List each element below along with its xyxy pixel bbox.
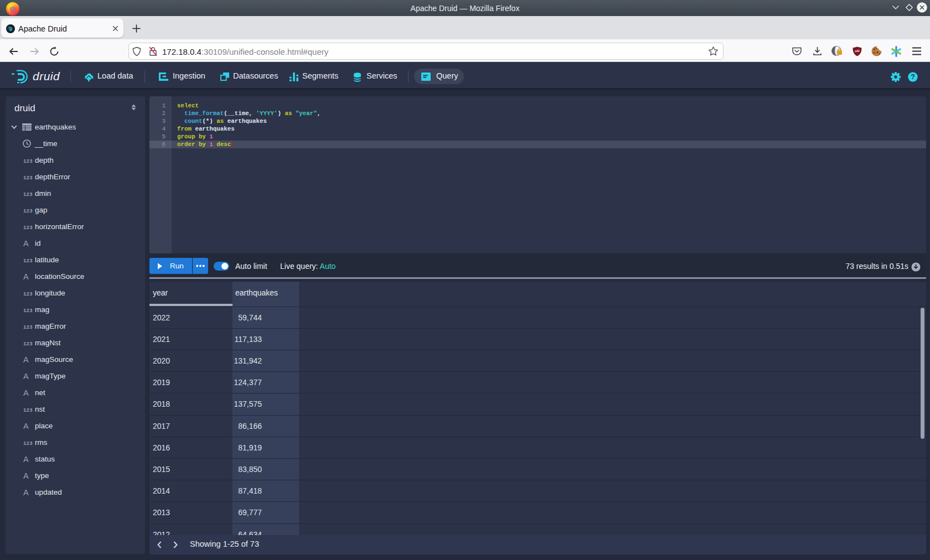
svg-text:?: ? (911, 73, 915, 81)
svg-text:uO: uO (855, 49, 860, 53)
